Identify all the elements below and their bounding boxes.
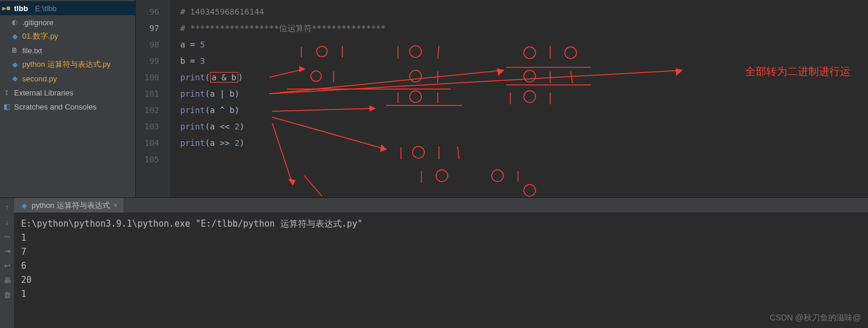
code-line[interactable]: # ******************位运算符*************** <box>180 20 868 36</box>
project-tree: ▸■ tlbb E:\tlbb ◐.gitignore◆01.数字.py🗎fil… <box>0 0 136 197</box>
library-icon: ⟟ <box>2 88 11 97</box>
print-icon[interactable]: 🖶 <box>4 276 11 285</box>
line-number: 99 <box>136 53 170 69</box>
tree-file[interactable]: ◆second.py <box>0 71 135 86</box>
project-name: tlbb <box>14 4 28 13</box>
line-number: 104 <box>136 135 170 151</box>
tree-scratches[interactable]: ◧ Scratches and Consoles <box>0 100 135 114</box>
tree-file[interactable]: ◐.gitignore <box>0 15 135 29</box>
arrow-down-icon[interactable]: ↓ <box>5 217 9 226</box>
py-icon: ◆ <box>11 60 19 69</box>
run-tab[interactable]: ◆ python 运算符与表达式 × <box>14 198 123 213</box>
run-tab-bar: ◆ python 运算符与表达式 × <box>14 198 868 213</box>
file-label: .gitignore <box>22 18 53 27</box>
svg-line-12 <box>304 176 322 196</box>
wrap-icon[interactable]: ↩ <box>4 261 11 270</box>
svg-point-46 <box>524 184 536 196</box>
tree-file[interactable]: ◆python 运算符与表达式.py <box>0 57 135 71</box>
code-line[interactable]: # 140345968616144 <box>180 4 868 20</box>
code-line[interactable]: print(a ^ b) <box>180 102 868 118</box>
svg-point-45 <box>492 170 503 182</box>
line-number: 97 <box>136 20 170 36</box>
py-icon: ◆ <box>11 74 19 83</box>
tree-root[interactable]: ▸■ tlbb E:\tlbb <box>0 1 135 15</box>
file-label: second.py <box>22 74 57 83</box>
trash-icon[interactable]: 🗑 <box>4 291 11 299</box>
run-tool-gutter: ↑ ↓ ─ ⇥ ↩ 🖶 🗑 <box>0 198 14 328</box>
py-icon: ◆ <box>11 32 19 40</box>
line-number: 98 <box>136 36 170 53</box>
line-number: 105 <box>136 151 170 168</box>
tree-external-libs[interactable]: ⟟ External Libraries <box>0 86 135 100</box>
external-libs-label: External Libraries <box>14 88 73 97</box>
file-label: 01.数字.py <box>22 31 58 42</box>
filter-icon[interactable]: ⇥ <box>4 247 11 255</box>
annotation-text: 全部转为二进制进行运 <box>745 64 850 78</box>
console-output[interactable]: E:\python\python3.9.1\python.exe "E:/tlb… <box>14 213 868 328</box>
svg-marker-11 <box>289 179 295 184</box>
file-icon: 🗎 <box>11 46 19 54</box>
code-line[interactable]: print(a >> 2) <box>180 135 868 151</box>
arrow-up-icon[interactable]: ↑ <box>5 203 9 211</box>
run-tab-label: python 运算符与表达式 <box>32 200 110 211</box>
project-path: E:\tlbb <box>35 4 57 13</box>
divider: ─ <box>4 232 9 241</box>
scratch-icon: ◧ <box>2 102 11 111</box>
svg-point-43 <box>436 170 448 182</box>
python-icon: ◆ <box>20 201 28 210</box>
code-line[interactable]: a = 5 <box>180 36 868 53</box>
file-label: python 运算符与表达式.py <box>22 59 111 70</box>
code-line[interactable] <box>180 151 868 168</box>
run-console: ◆ python 运算符与表达式 × E:\python\python3.9.1… <box>14 198 868 328</box>
code-editor[interactable]: 96979899100101102103104105 <box>136 0 868 197</box>
close-icon[interactable]: × <box>114 201 118 210</box>
watermark: CSDN @秋刀鱼的滋味@ <box>770 313 861 323</box>
line-number: 100 <box>136 69 170 86</box>
tree-file[interactable]: ◆01.数字.py <box>0 29 135 43</box>
line-number: 102 <box>136 102 170 118</box>
tree-file[interactable]: 🗎file.txt <box>0 43 135 57</box>
folder-icon: ▸■ <box>2 4 11 12</box>
code-line[interactable]: print(a | b) <box>180 86 868 102</box>
line-number: 101 <box>136 86 170 102</box>
line-number: 96 <box>136 4 170 20</box>
code-line[interactable]: print(a << 2) <box>180 118 868 135</box>
line-gutter: 96979899100101102103104105 <box>136 0 170 197</box>
scratches-label: Scratches and Consoles <box>14 102 97 111</box>
line-number: 103 <box>136 118 170 135</box>
git-icon: ◐ <box>11 18 19 26</box>
code-area[interactable]: 全部转为二进制进行运 # 140345968616144# **********… <box>170 0 868 197</box>
file-label: file.txt <box>22 46 42 55</box>
